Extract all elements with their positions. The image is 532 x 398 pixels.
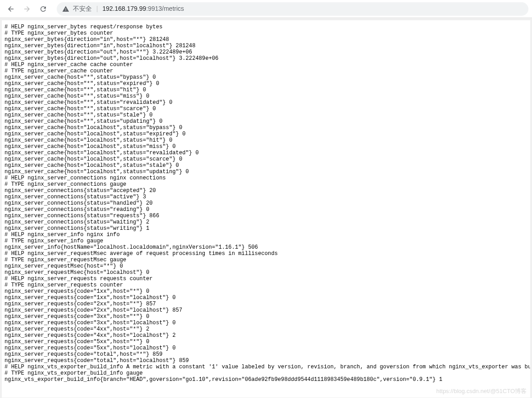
metrics-text: # HELP nginx_server_bytes request/respon… [5,24,527,383]
address-separator: | [96,5,98,12]
reload-icon [39,5,47,13]
address-bar[interactable]: 不安全 | 192.168.179.99:9913/metrics [57,2,528,16]
reload-button[interactable] [36,2,50,16]
url-port: :9913 [146,5,162,12]
page-content: # HELP nginx_server_bytes request/respon… [2,20,530,398]
address-text: 不安全 | 192.168.179.99:9913/metrics [73,5,184,13]
security-label: 不安全 [73,5,92,12]
browser-toolbar: 不安全 | 192.168.179.99:9913/metrics [0,0,532,18]
arrow-left-icon [7,5,15,13]
arrow-right-icon [23,5,31,13]
forward-button[interactable] [20,2,34,16]
back-button[interactable] [4,2,18,16]
insecure-warning-icon [62,5,69,13]
url-path: /metrics [162,5,184,12]
url-host: 192.168.179.99 [102,5,146,12]
